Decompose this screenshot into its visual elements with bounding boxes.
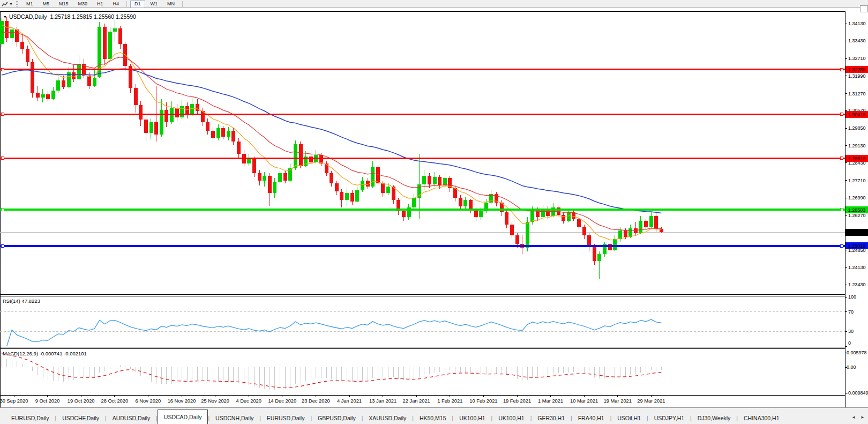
tab-hk50-m15[interactable]: HK50,M15 [414, 413, 452, 424]
hline-handle[interactable] [840, 209, 843, 211]
candle-body [515, 235, 519, 244]
candle-body [108, 32, 112, 58]
candle-body [252, 158, 256, 174]
hline-handle[interactable] [840, 157, 843, 160]
candle-body [474, 210, 478, 218]
candle-body [211, 131, 215, 138]
tab-china300-h1[interactable]: CHINA300,H1 [738, 413, 785, 424]
macd-tick-label: -0.009849 [847, 390, 868, 396]
ma-slow-line [2, 69, 661, 213]
candle-body [93, 78, 96, 86]
candle-body [206, 122, 209, 131]
tab-ger30-h1[interactable]: GER30,H1 [532, 413, 571, 424]
candle-body [510, 225, 514, 236]
tab-usdcnh-daily[interactable]: USDCNH,Daily [209, 413, 259, 424]
candle-body [479, 211, 483, 217]
tab-uk100-h1[interactable]: UK100,H1 [453, 413, 491, 424]
candle-body [72, 72, 76, 80]
candle-body [0, 21, 4, 44]
tab-usoil-h1[interactable]: USOil,H1 [611, 413, 647, 424]
candle-body [597, 254, 601, 262]
price-tick-label: 1.24130 [848, 265, 866, 270]
hline-handle[interactable] [840, 244, 843, 247]
tab-uk100-h1[interactable]: UK100,H1 [492, 413, 530, 424]
candle-body [433, 177, 437, 184]
tab-audusd-daily[interactable]: AUDUSD,Daily [107, 413, 156, 424]
candle-body [36, 93, 40, 98]
price-chart-canvas[interactable]: 1.341301.334301.327101.319901.312701.305… [0, 0, 868, 407]
candle-body [557, 207, 560, 215]
candle-body [41, 94, 45, 98]
date-tick-label: 10 Feb 2021 [469, 398, 497, 404]
tab-eurusd-daily[interactable]: EURUSD,Daily [5, 413, 55, 424]
candle-body [381, 183, 385, 193]
price-tick-label: 1.29850 [848, 125, 866, 131]
candle-body [139, 105, 143, 120]
candle-body [263, 176, 266, 181]
candle-body [196, 104, 199, 111]
candle-body [118, 28, 122, 44]
price-tick-label: 1.23430 [848, 282, 866, 287]
tabs-scroll-right-icon[interactable]: ► [860, 415, 865, 420]
tab-gbpusd-daily[interactable]: GBPUSD,Daily [312, 413, 362, 424]
hline-handle[interactable] [1, 157, 4, 160]
price-tick-label: 1.26990 [848, 195, 866, 200]
tab-usdjpy-h1[interactable]: USDJPY,H1 [648, 413, 690, 424]
candle-body [31, 62, 34, 93]
tab-eurusd-daily[interactable]: EURUSD,Daily [261, 413, 311, 424]
candle-body [278, 173, 282, 182]
candle-body [62, 80, 65, 86]
candle-body [335, 183, 339, 192]
candle-body [376, 167, 380, 183]
current-price-tag-label: 1.25590 [848, 230, 866, 235]
candle-body [175, 108, 179, 117]
date-tick-label: 19 Mar 2021 [604, 398, 632, 404]
candle-body [268, 176, 272, 193]
price-tick-label: 1.31990 [848, 73, 866, 79]
price-tick-label: 1.27710 [848, 178, 866, 183]
tab-xauusd-daily[interactable]: XAUUSD,Daily [363, 413, 412, 424]
tab-dj30-weekly[interactable]: DJ30,Weekly [692, 413, 737, 424]
candle-body [505, 212, 508, 225]
candle-body [134, 88, 138, 105]
hline-handle[interactable] [1, 244, 4, 247]
candle-body [160, 110, 163, 135]
candle-body [294, 144, 297, 169]
candle-body [613, 239, 617, 250]
candle-body [371, 167, 375, 187]
symbol-tabs: EURUSD,Daily|USDCHF,Daily|AUDUSD,Daily|U… [5, 410, 785, 424]
hline-handle[interactable] [1, 209, 4, 211]
hline-handle[interactable] [1, 68, 4, 71]
symbol-tabbar: EURUSD,Daily|USDCHF,Daily|AUDUSD,Daily|U… [0, 407, 868, 424]
candle-body [350, 193, 354, 202]
candle-body [469, 200, 473, 210]
date-tick-label: 14 Dec 2020 [268, 398, 296, 404]
hline-handle[interactable] [840, 68, 843, 71]
hline-handle[interactable] [840, 113, 843, 116]
candle-body [227, 131, 230, 137]
candle-body [422, 176, 426, 184]
macd-name: MACD(12,26,9) [3, 351, 38, 356]
tabs-scroll-left-icon[interactable]: ◄ [851, 415, 856, 420]
hline-price-tag-label: 1.26503 [848, 207, 866, 213]
hline-price-tag-label: 1.32258 [848, 67, 866, 72]
candle-body [361, 181, 364, 190]
rsi-line [7, 319, 662, 346]
date-tick-label: 29 Mar 2021 [637, 398, 665, 404]
rsi-tick-label: 100 [848, 294, 856, 300]
tab-usdcad-daily[interactable]: USDCAD,Daily [158, 410, 208, 424]
tab-fra40-h1[interactable]: FRA40,H1 [572, 413, 610, 424]
chart-symbol-period: USDCAD,Daily [9, 13, 47, 20]
candle-body [624, 230, 627, 236]
candle-body [567, 212, 571, 221]
macd-tick-label: 0.005978 [847, 350, 867, 355]
collapse-triangle-icon[interactable]: ▼ [3, 15, 7, 19]
candle-body [402, 211, 406, 217]
date-tick-label: 13 Jan 2021 [369, 398, 396, 404]
hline-handle[interactable] [1, 113, 4, 116]
tab-usdchf-daily[interactable]: USDCHF,Daily [56, 413, 105, 424]
candle-body [273, 182, 276, 193]
candle-body [26, 49, 29, 62]
candle-body [299, 144, 303, 166]
candle-body [386, 187, 390, 192]
